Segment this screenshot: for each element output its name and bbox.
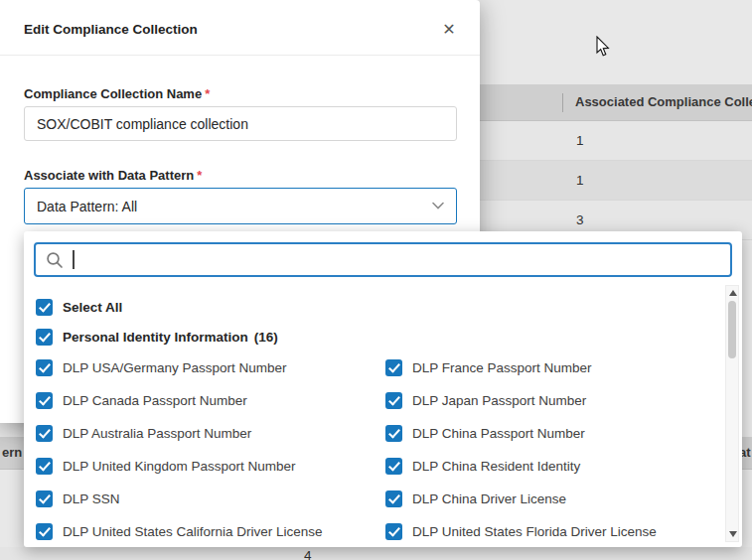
- name-label-text: Compliance Collection Name: [24, 86, 202, 101]
- checkbox-checked-icon[interactable]: [385, 392, 402, 409]
- pattern-label-text: Associate with Data Pattern: [24, 168, 194, 183]
- scrollbar-thumb[interactable]: [728, 301, 736, 358]
- checkbox-checked-icon[interactable]: [385, 458, 402, 475]
- chevron-down-icon: [432, 202, 444, 210]
- search-input[interactable]: [34, 242, 732, 277]
- required-asterisk: *: [197, 168, 202, 183]
- checkbox-checked-icon[interactable]: [36, 458, 53, 475]
- option-label: DLP Canada Passport Number: [63, 393, 247, 408]
- checkbox-checked-icon[interactable]: [36, 523, 53, 540]
- dropdown-option[interactable]: DLP China Driver License: [385, 483, 718, 515]
- option-label: DLP United Kingdom Passport Number: [63, 459, 296, 474]
- group-option-personal-identity[interactable]: Personal Identity Information (16): [36, 322, 718, 351]
- name-field-label: Compliance Collection Name*: [24, 86, 210, 101]
- option-label: DLP United States Florida Driver License: [412, 524, 657, 539]
- data-pattern-select[interactable]: Data Pattern: All: [24, 188, 457, 224]
- checkbox-checked-icon[interactable]: [36, 490, 53, 507]
- dropdown-option[interactable]: DLP United States Florida Driver License: [385, 515, 718, 547]
- data-pattern-dropdown-panel: Select All Personal Identity Information…: [24, 231, 742, 547]
- close-icon[interactable]: ✕: [436, 16, 462, 42]
- checkbox-checked-icon[interactable]: [36, 392, 53, 409]
- pattern-field-label: Associate with Data Pattern*: [24, 168, 202, 183]
- option-label: DLP Japan Passport Number: [412, 393, 586, 408]
- search-icon: [46, 251, 64, 269]
- option-label: DLP Australia Passport Number: [63, 426, 251, 441]
- checkbox-checked-icon[interactable]: [385, 523, 402, 540]
- options-grid: DLP USA/Germany Passport Number DLP Fran…: [36, 351, 718, 547]
- required-asterisk: *: [205, 86, 210, 101]
- scroll-up-icon[interactable]: [729, 290, 737, 296]
- option-label: DLP China Passport Number: [412, 426, 585, 441]
- modal-title: Edit Compliance Collection: [24, 22, 198, 37]
- dropdown-option[interactable]: DLP SSN: [36, 483, 385, 515]
- dropdown-option[interactable]: DLP France Passport Number: [385, 351, 718, 384]
- dropdown-option[interactable]: DLP Canada Passport Number: [36, 384, 385, 417]
- checkbox-checked-icon[interactable]: [36, 359, 53, 376]
- checkbox-checked-icon[interactable]: [385, 490, 402, 507]
- compliance-collection-name-input[interactable]: [24, 106, 457, 141]
- app-root: Associated Compliance Colle 1 1 3 ern at…: [0, 0, 752, 560]
- header-divider: [0, 55, 480, 56]
- dropdown-option[interactable]: DLP USA/Germany Passport Number: [36, 351, 385, 384]
- option-label: DLP SSN: [63, 491, 120, 506]
- scroll-down-icon[interactable]: [729, 531, 737, 537]
- dropdown-scrollbar[interactable]: [725, 285, 739, 542]
- checkbox-checked-icon[interactable]: [36, 425, 53, 442]
- option-label: DLP USA/Germany Passport Number: [63, 360, 287, 375]
- text-caret: [73, 250, 75, 269]
- option-label: DLP France Passport Number: [412, 360, 592, 375]
- dropdown-option[interactable]: DLP Australia Passport Number: [36, 417, 385, 450]
- option-label: DLP United States California Driver Lice…: [63, 524, 323, 539]
- dropdown-option[interactable]: DLP Japan Passport Number: [385, 384, 718, 417]
- checkbox-checked-icon[interactable]: [385, 359, 402, 376]
- dropdown-option[interactable]: DLP United Kingdom Passport Number: [36, 450, 385, 483]
- dropdown-option[interactable]: DLP United States California Driver Lice…: [36, 515, 385, 547]
- dropdown-option[interactable]: DLP China Passport Number: [385, 417, 718, 450]
- group-count: (16): [254, 330, 278, 345]
- select-all-option[interactable]: Select All: [36, 293, 718, 322]
- option-label: DLP China Driver License: [412, 491, 566, 506]
- checkbox-checked-icon[interactable]: [36, 299, 53, 316]
- checkbox-checked-icon[interactable]: [36, 329, 53, 346]
- option-label: DLP China Resident Identity: [412, 459, 580, 474]
- checkbox-checked-icon[interactable]: [385, 425, 402, 442]
- dropdown-option[interactable]: DLP China Resident Identity: [385, 450, 718, 483]
- group-label: Personal Identity Information: [63, 330, 248, 345]
- select-value: Data Pattern: All: [37, 199, 137, 214]
- options-list: Select All Personal Identity Information…: [36, 293, 718, 547]
- select-all-label: Select All: [63, 300, 122, 315]
